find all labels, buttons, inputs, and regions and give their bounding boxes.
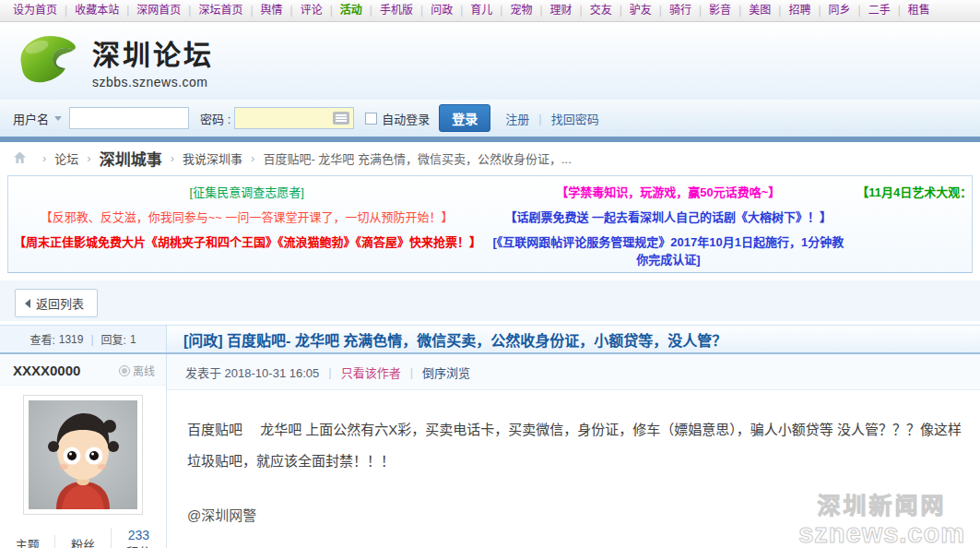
- topnav-pets[interactable]: 宠物: [510, 4, 549, 17]
- offline-icon: [119, 365, 130, 376]
- thread-title: [问政] 百度贴吧- 龙华吧 充满色情，微信买卖，公然收身份证，小额贷等，没人管…: [183, 328, 726, 351]
- topnav-parenting[interactable]: 育儿: [470, 4, 510, 17]
- announcement-link[interactable]: [征集民意调查志愿者]: [184, 184, 310, 201]
- auto-login-label: 自动登录: [382, 110, 430, 127]
- topnav-mobile[interactable]: 手机版: [380, 4, 431, 17]
- login-bar: 用户名 密码 : 自动登录 登录 注册 | 找回密码: [0, 100, 980, 137]
- breadcrumb-forum[interactable]: 论坛: [54, 149, 78, 167]
- topnav-media[interactable]: 影音: [709, 4, 749, 17]
- dropdown-caret-icon[interactable]: [54, 116, 62, 121]
- login-button[interactable]: 登录: [439, 104, 490, 132]
- announcement-link[interactable]: 【周末正佳影城免费大片《胡桃夹子和四个王国》《流浪猫鲍勃》《滴答屋》快来抢票！】: [8, 233, 485, 251]
- announcement-link[interactable]: [《互联网跟帖评论服务管理规定》2017年10月1日起施行，1分钟教你完成认证]: [485, 233, 851, 268]
- breadcrumb-thread: 百度贴吧- 龙华吧 充满色情，微信买卖，公然收身份证，...: [263, 149, 571, 167]
- breadcrumb-city[interactable]: 深圳城事: [100, 147, 162, 170]
- announcement-column-1: [征集民意调查志愿者] 【反邪教、反艾滋，你我同参与~~ 一问一答课堂开课了，一…: [8, 184, 485, 267]
- announcement-column-3: 【11月4日艺术大观：: [851, 184, 972, 267]
- views-label: 查看:: [30, 331, 54, 347]
- post-body-text: 百度贴吧 龙华吧 上面公然有六X彩，买卖电话卡，买卖微信，身份证，修车（嫖娼意思…: [167, 390, 980, 477]
- avatar[interactable]: [23, 395, 143, 515]
- post-mention: @深圳网警: [167, 477, 980, 524]
- auto-login-checkbox[interactable]: [365, 113, 377, 125]
- breadcrumb-separator: ›: [87, 151, 90, 165]
- back-bar: 返回列表: [0, 280, 980, 321]
- home-icon[interactable]: [13, 151, 27, 164]
- credits-value: 233: [112, 528, 166, 542]
- topnav-photos[interactable]: 美图: [749, 4, 788, 17]
- topnav-set-home[interactable]: 设为首页: [13, 4, 75, 17]
- thread-stats: 查看: 1319 | 回复: 1: [0, 326, 167, 352]
- username-label: 用户名: [13, 110, 49, 127]
- views-count: 1319: [59, 333, 84, 346]
- meta-separator: |: [410, 365, 413, 379]
- announcement-link[interactable]: 【学禁毒知识，玩游戏，赢50元话费咯~】: [550, 184, 785, 201]
- announcement-column-2: 【学禁毒知识，玩游戏，赢50元话费咯~】 【话剧票免费送 一起去看深圳人自己的话…: [485, 184, 851, 267]
- status-badge: 离线: [119, 363, 155, 378]
- topnav-cycling[interactable]: 骑行: [669, 4, 709, 17]
- topics-link[interactable]: 主题: [0, 535, 54, 548]
- topnav-bookmark[interactable]: 收藏本站: [75, 4, 136, 17]
- forum-page: 设为首页收藏本站深网首页深坛首页舆情评论活动手机版问政育儿宠物理财交友驴友骑行影…: [0, 0, 980, 548]
- author-stats-row: 主题 粉丝 233 积分: [0, 528, 166, 548]
- topnav-activity[interactable]: 活动: [340, 4, 380, 17]
- topnav-wenzheng[interactable]: 问政: [431, 4, 470, 17]
- password-label: 密码 :: [200, 110, 230, 127]
- author-name-link[interactable]: XXXX0000: [13, 363, 80, 378]
- reverse-browse-link[interactable]: 倒序浏览: [422, 363, 470, 381]
- login-bar-separator: |: [538, 112, 541, 125]
- topnav-finance[interactable]: 理财: [550, 4, 590, 17]
- topnav-jobs[interactable]: 招聘: [788, 4, 828, 17]
- announcement-link[interactable]: 【11月4日艺术大观：: [851, 184, 972, 201]
- site-url: szbbs.sznews.com: [92, 75, 214, 89]
- topnav-forum-home[interactable]: 深坛首页: [198, 4, 260, 17]
- back-to-list-button[interactable]: 返回列表: [15, 289, 98, 317]
- replies-label: 回复:: [101, 331, 126, 347]
- post-meta-row: 发表于 2018-10-31 16:05 | 只看该作者 | 倒序浏览: [167, 354, 980, 390]
- author-name-row: XXXX0000 离线: [0, 354, 166, 386]
- topnav-sznews-home[interactable]: 深网首页: [136, 4, 198, 17]
- post-row: XXXX0000 离线: [0, 354, 980, 548]
- announcement-link[interactable]: 【话剧票免费送 一起去看深圳人自己的话剧《大榕树下》！】: [500, 208, 838, 226]
- breadcrumb: › 论坛 › 深圳城事 › 我说深圳事 › 百度贴吧- 龙华吧 充满色情，微信买…: [0, 142, 980, 173]
- announcement-link[interactable]: 【反邪教、反艾滋，你我同参与~~ 一问一答课堂开课了，一切从预防开始！】: [35, 208, 459, 226]
- fans-link[interactable]: 粉丝: [54, 535, 110, 548]
- topnav-rent[interactable]: 租售: [908, 4, 930, 17]
- logo-text: 深圳论坛 szbbs.sznews.com: [92, 32, 214, 89]
- credits-label: 积分: [112, 542, 166, 548]
- site-logo[interactable]: 深圳论坛 szbbs.sznews.com: [15, 30, 214, 91]
- topnav-yuqing[interactable]: 舆情: [261, 4, 301, 17]
- meta-separator: |: [328, 365, 331, 379]
- post-content-area: 发表于 2018-10-31 16:05 | 只看该作者 | 倒序浏览 百度贴吧…: [167, 354, 980, 548]
- thread-title-cell: [问政] 百度贴吧- 龙华吧 充满色情，微信买卖，公然收身份证，小额贷等，没人管…: [167, 326, 980, 352]
- only-author-link[interactable]: 只看该作者: [341, 363, 401, 381]
- topnav-travel[interactable]: 驴友: [630, 4, 669, 17]
- logo-swoosh-icon: [15, 30, 83, 91]
- site-title: 深圳论坛: [92, 32, 214, 73]
- post-timestamp: 发表于 2018-10-31 16:05: [185, 363, 319, 381]
- thread-header: 查看: 1319 | 回复: 1 [问政] 百度贴吧- 龙华吧 充满色情，微信买…: [0, 325, 980, 354]
- register-link[interactable]: 注册: [505, 110, 529, 127]
- status-label: 离线: [133, 363, 155, 378]
- breadcrumb-subforum[interactable]: 我说深圳事: [183, 149, 242, 167]
- back-button-label: 返回列表: [36, 294, 84, 312]
- keyboard-icon[interactable]: [333, 112, 349, 125]
- top-nav-bar: 设为首页收藏本站深网首页深坛首页舆情评论活动手机版问政育儿宠物理财交友驴友骑行影…: [0, 0, 980, 22]
- breadcrumb-separator: ›: [42, 151, 46, 165]
- announcement-box: [征集民意调查志愿者] 【反邪教、反艾滋，你我同参与~~ 一问一答课堂开课了，一…: [7, 175, 973, 273]
- topnav-friends[interactable]: 交友: [590, 4, 630, 17]
- author-sidebar: XXXX0000 离线: [0, 354, 167, 548]
- site-header: 深圳论坛 szbbs.sznews.com: [0, 22, 980, 100]
- username-input[interactable]: [69, 107, 189, 129]
- stats-separator: |: [90, 333, 93, 346]
- breadcrumb-separator: ›: [171, 151, 174, 165]
- credits-link[interactable]: 233 积分: [111, 528, 166, 548]
- replies-count: 1: [130, 333, 136, 346]
- breadcrumb-separator: ›: [251, 151, 254, 165]
- back-arrow-icon: [25, 299, 30, 308]
- topnav-comment[interactable]: 评论: [301, 4, 340, 17]
- recover-password-link[interactable]: 找回密码: [551, 110, 599, 127]
- topnav-secondhand[interactable]: 二手: [868, 4, 908, 17]
- topnav-hometown[interactable]: 同乡: [829, 4, 868, 17]
